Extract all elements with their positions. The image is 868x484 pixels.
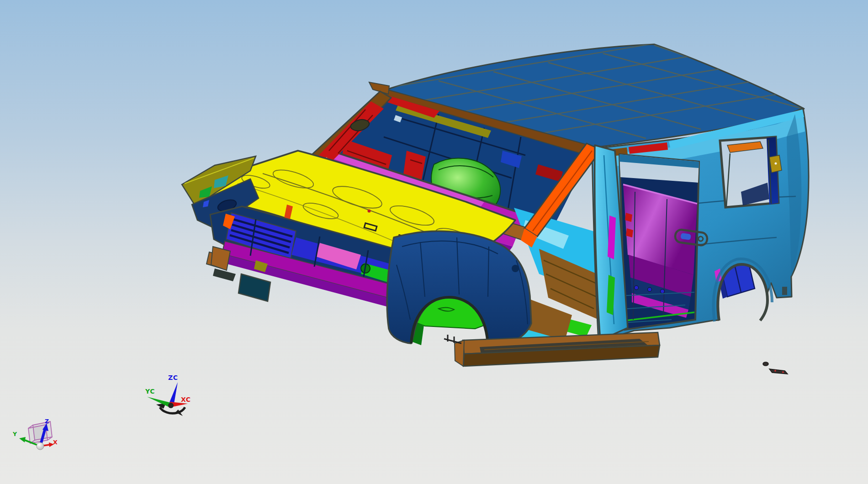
rocker-bolt-1 — [635, 286, 639, 290]
wcs-z-label: ZC — [168, 374, 178, 381]
wcs-origin-knob[interactable] — [168, 403, 174, 408]
rocker-bolt-3 — [661, 289, 665, 294]
datum-z-label: Z — [45, 418, 49, 425]
wcs-x-label: XC — [181, 396, 191, 403]
datum-x-label: X — [53, 439, 58, 446]
cad-viewport: ZC YC XC Z Y X — [0, 0, 868, 484]
bracket-red-dot-1 — [774, 370, 776, 372]
datum-origin-sphere[interactable] — [37, 442, 44, 450]
quarter-window — [720, 137, 782, 207]
rear-door-opening — [619, 153, 699, 330]
datum-y-label: Y — [12, 431, 17, 437]
fender-hole — [512, 265, 519, 272]
quarter-bracket-notch — [782, 287, 787, 295]
wcs-y-label: YC — [145, 388, 155, 395]
hood-latch-dot — [368, 210, 371, 213]
loose-nub[interactable] — [763, 362, 768, 366]
rocker-bolt-2 — [648, 288, 652, 292]
plate-hole — [775, 163, 777, 165]
bracket-red-dot-2 — [782, 371, 784, 373]
